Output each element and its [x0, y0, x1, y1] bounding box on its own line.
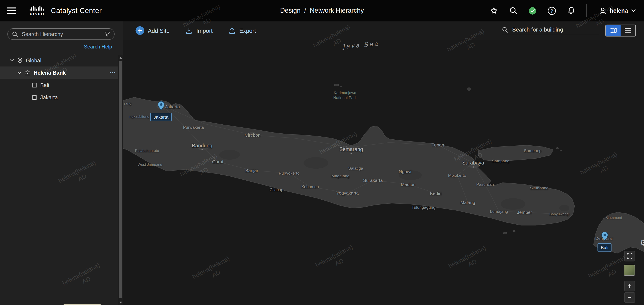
user-menu[interactable]: helena [596, 6, 638, 15]
cisco-logo: cisco [30, 5, 44, 16]
export-icon [228, 27, 236, 34]
small-island [340, 86, 342, 87]
breadcrumb-separator: / [304, 7, 306, 14]
layers-thumbnail-button[interactable] [624, 265, 635, 276]
filter-icon[interactable] [104, 31, 110, 37]
small-island [560, 150, 562, 151]
fullscreen-icon [627, 253, 632, 259]
search-help-link[interactable]: Search Help [84, 44, 112, 50]
tree-item-helena-bank[interactable]: Helena Bank [0, 66, 123, 79]
view-toggle [605, 25, 636, 36]
map-icon [610, 27, 617, 34]
system-health-button[interactable] [527, 5, 538, 16]
header-divider [586, 4, 587, 17]
hierarchy-sidebar: Search Help Global [0, 21, 123, 305]
search-icon [502, 26, 508, 33]
map-toolbar: Add Site Import Export [123, 21, 644, 40]
ellipsis-icon [110, 72, 116, 74]
tree-item-label: Jakarta [40, 94, 58, 100]
export-label: Export [239, 27, 256, 34]
small-island [503, 232, 507, 234]
toolbar-right [502, 25, 636, 36]
chevron-down-icon [631, 9, 636, 12]
small-island [513, 230, 516, 232]
user-icon [599, 7, 606, 14]
add-site-label: Add Site [148, 27, 170, 34]
scroll-up-button[interactable] [118, 55, 123, 60]
marker-label[interactable]: Bali [598, 244, 612, 252]
map-view-button[interactable] [606, 25, 620, 36]
small-island [556, 148, 558, 149]
tree-item-bali[interactable]: Bali [0, 79, 123, 91]
triangle-down-icon [119, 301, 122, 304]
star-icon [490, 6, 498, 15]
site-marker-jakarta[interactable]: Jakarta [150, 101, 172, 121]
location-pin-icon [17, 57, 22, 63]
notifications-button[interactable] [566, 5, 577, 16]
building-search-box[interactable] [502, 26, 599, 35]
tree-item-label: Bali [40, 82, 49, 88]
favorites-button[interactable] [488, 5, 500, 16]
help-icon: ? [548, 6, 556, 15]
header-right: ? helena [488, 4, 638, 17]
chevron-down-icon[interactable] [17, 71, 21, 74]
map-canvas[interactable]: Java Sea Karimunjawa National Park rangn… [123, 40, 644, 305]
health-check-icon [528, 6, 537, 15]
svg-text:?: ? [550, 8, 553, 13]
zoom-in-button[interactable]: + [624, 281, 635, 292]
tree-item-global[interactable]: Global [0, 54, 123, 66]
park-label-line1: Karimunjawa [334, 90, 357, 96]
scroll-down-button[interactable] [118, 300, 123, 305]
sidebar-scrollbar[interactable] [118, 55, 123, 305]
global-search-button[interactable] [508, 5, 519, 16]
tree-item-jakarta[interactable]: Jakarta [0, 91, 123, 103]
settings-gear-icon[interactable]: ⚙ [640, 238, 644, 248]
hierarchy-search-box[interactable] [7, 28, 114, 40]
breadcrumb-page[interactable]: Network Hierarchy [310, 7, 364, 14]
bank-icon [25, 70, 30, 75]
map-islands [123, 40, 644, 305]
bottom-edge-highlight [64, 304, 101, 305]
help-button[interactable]: ? [546, 5, 558, 16]
breadcrumb: Design / Network Hierarchy [280, 7, 364, 14]
hierarchy-tree: Global Helena Bank [0, 54, 123, 104]
menu-button[interactable] [6, 5, 18, 16]
site-actions-button[interactable] [109, 71, 116, 74]
app-header: cisco Catalyst Center Design / Network H… [0, 0, 644, 21]
building-search-input[interactable] [511, 26, 599, 33]
chevron-down-icon[interactable] [10, 59, 14, 62]
viewport: cisco Catalyst Center Design / Network H… [0, 0, 644, 305]
search-icon [12, 31, 18, 37]
plus-icon [138, 28, 142, 33]
add-site-button[interactable]: Add Site [136, 26, 170, 35]
cisco-logo-icon [30, 5, 44, 11]
list-view-button[interactable] [620, 25, 636, 36]
export-button[interactable]: Export [228, 27, 256, 34]
madura-island [478, 145, 553, 161]
cisco-logo-text: cisco [30, 11, 44, 16]
search-icon [509, 7, 517, 15]
breadcrumb-section[interactable]: Design [280, 7, 300, 14]
marker-label[interactable]: Jakarta [150, 113, 172, 121]
import-icon [185, 27, 192, 34]
tree-item-label: Helena Bank [34, 69, 66, 76]
site-marker-bali[interactable]: Bali [598, 231, 612, 252]
zoom-out-button[interactable]: − [624, 292, 635, 303]
fullscreen-button[interactable] [624, 251, 635, 262]
header-left: cisco Catalyst Center [6, 5, 102, 16]
building-icon [32, 95, 37, 100]
park-label-line2: National Park [334, 96, 357, 101]
bell-icon [567, 6, 575, 15]
small-island [467, 87, 471, 90]
user-name: helena [610, 7, 628, 14]
map-pin-icon [601, 231, 608, 241]
hamburger-icon [7, 7, 16, 14]
scrollbar-thumb[interactable] [119, 61, 122, 298]
import-button[interactable]: Import [185, 27, 213, 34]
plus-circle-icon [136, 26, 144, 35]
building-icon [32, 82, 37, 88]
app-window: cisco Catalyst Center Design / Network H… [0, 0, 644, 305]
list-icon [625, 28, 631, 33]
hierarchy-search-input[interactable] [21, 31, 102, 38]
product-title: Catalyst Center [51, 6, 102, 15]
